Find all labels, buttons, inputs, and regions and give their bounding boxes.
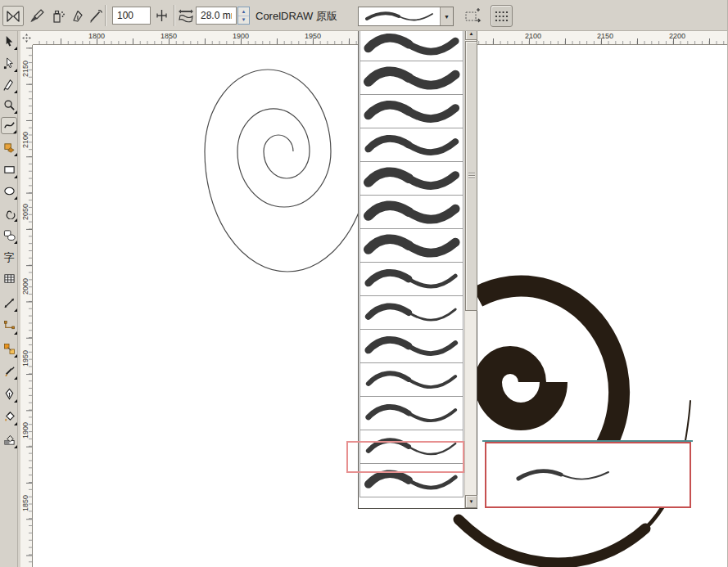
artistic-stroke-10[interactable] [359, 329, 463, 363]
shape-tool[interactable] [1, 55, 17, 72]
magnifier-icon [3, 99, 16, 111]
rectangle-tool[interactable] [1, 161, 17, 178]
ruler-label: 1950 [21, 349, 29, 368]
zoom-tool[interactable] [1, 97, 17, 114]
dotted-grid-icon [495, 11, 509, 22]
smoothing-input[interactable] [112, 7, 151, 25]
artistic-stroke-05[interactable] [359, 161, 463, 196]
connector-tool[interactable] [1, 317, 17, 335]
artistic-stroke-12[interactable] [359, 396, 463, 430]
rectangle-icon [3, 164, 16, 176]
brush-mode-button[interactable] [26, 6, 47, 26]
artistic-stroke-08[interactable] [359, 262, 463, 296]
pick-tool[interactable] [1, 33, 17, 50]
stroke-width-icon [178, 8, 194, 24]
scroll-down-button[interactable]: ▼ [465, 495, 477, 508]
scrollbar-grip [468, 173, 475, 180]
grid-toggle-button[interactable] [491, 5, 513, 27]
ellipse-icon [3, 185, 16, 197]
artistic-stroke-13[interactable] [359, 430, 463, 464]
artistic-stroke-09[interactable] [359, 295, 463, 330]
preset-mode-button[interactable] [2, 6, 24, 26]
preset-bowtie-icon [6, 10, 20, 23]
ruler-origin-icon [22, 34, 31, 43]
pressure-mode-button[interactable] [85, 6, 106, 26]
coreldraw-window: 1800185019001950210021502200 21502100205… [0, 0, 728, 567]
shape-arrow-icon [3, 57, 16, 70]
ruler-label: 2150 [21, 59, 29, 79]
table-grid-icon [3, 272, 16, 285]
pick-arrow-icon [3, 35, 16, 47]
dimension-line-icon [3, 297, 16, 309]
interactive-fill-tool[interactable] [1, 431, 17, 448]
flyout-triangle [14, 354, 17, 358]
stroke-list-scrollbar[interactable]: ▲ ▼ [464, 27, 477, 508]
svg-text:字: 字 [4, 251, 15, 263]
basic-shapes-tool[interactable] [1, 227, 17, 244]
spiral-tool[interactable] [1, 205, 17, 222]
spinner-down-icon[interactable]: ▼ [238, 16, 249, 25]
connector-icon [3, 320, 16, 332]
flyout-triangle [14, 196, 17, 200]
artistic-stroke-03[interactable] [359, 94, 463, 128]
callout-stroke-preview [510, 463, 617, 488]
save-stroke-button[interactable] [463, 6, 483, 26]
vertical-ruler[interactable]: 2150210020502000195019001850 [20, 31, 33, 567]
ruler-label: 2050 [21, 202, 29, 222]
ruler-label: 2200 [669, 32, 685, 40]
ruler-label: 1900 [21, 421, 29, 440]
artistic-stroke-07[interactable] [359, 228, 463, 263]
artistic-stroke-14[interactable] [359, 463, 463, 497]
text-tool[interactable]: 字 [1, 248, 17, 265]
scroll-down-icon: ▼ [469, 499, 474, 504]
flyout-triangle [14, 241, 17, 244]
eyedropper-icon [3, 365, 16, 377]
flyout-triangle [14, 110, 17, 114]
combo-dropdown-button[interactable]: ▼ [440, 7, 453, 25]
toolbar-separator [105, 5, 106, 26]
ruler-label: 2150 [597, 32, 613, 40]
artistic-stroke-02[interactable] [359, 61, 463, 95]
artistic-stroke-04[interactable] [359, 128, 463, 162]
toolbox-ruler-gap [18, 31, 20, 567]
property-bar: ▲ ▼ CorelDRAW 原版 ▼ [0, 0, 728, 31]
eyedropper-tool[interactable] [1, 362, 17, 380]
dimension-tool[interactable] [1, 295, 17, 312]
ruler-label: 1950 [305, 32, 321, 40]
outline-pen-tool[interactable] [1, 385, 17, 403]
smart-fill-tool[interactable] [1, 139, 17, 156]
spinner-up-icon[interactable]: ▲ [238, 7, 249, 16]
flyout-triangle [14, 376, 17, 380]
ruler-label: 2100 [525, 32, 541, 40]
table-tool[interactable] [1, 270, 17, 287]
spiral-icon [3, 207, 16, 219]
stroke-width-input[interactable] [196, 7, 237, 25]
brush-icon [29, 9, 44, 23]
paint-bucket-icon [3, 411, 16, 423]
stroke-combobox[interactable]: ▼ [358, 7, 454, 26]
scrollbar-thumb[interactable] [465, 41, 477, 311]
freehand-tool[interactable] [1, 117, 17, 134]
flyout-triangle [14, 218, 17, 222]
smoothing-handle[interactable] [154, 8, 169, 23]
crop-knife-icon [3, 79, 16, 91]
flyout-triangle [14, 331, 17, 335]
ruler-label: 2000 [21, 277, 29, 296]
flyout-triangle [14, 90, 17, 93]
artistic-stroke-06[interactable] [359, 195, 463, 229]
ruler-origin[interactable] [20, 31, 33, 45]
crop-tool[interactable] [1, 76, 17, 93]
ellipse-tool[interactable] [1, 182, 17, 200]
fill-tool[interactable] [1, 408, 17, 425]
ruler-label: 1900 [233, 32, 249, 40]
ruler-label: 2100 [21, 130, 29, 150]
artistic-stroke-01[interactable] [359, 27, 463, 61]
artistic-stroke-11[interactable] [359, 362, 463, 397]
stroke-dropdown-list: ▲ ▼ [358, 26, 477, 509]
selected-stroke-callout [485, 442, 691, 508]
blend-tool[interactable] [1, 340, 17, 358]
stroke-width-spinner[interactable]: ▲ ▼ [237, 7, 250, 25]
basic-shapes-icon [3, 229, 16, 241]
stroke-width-control [178, 7, 194, 24]
flyout-triangle [14, 153, 17, 156]
